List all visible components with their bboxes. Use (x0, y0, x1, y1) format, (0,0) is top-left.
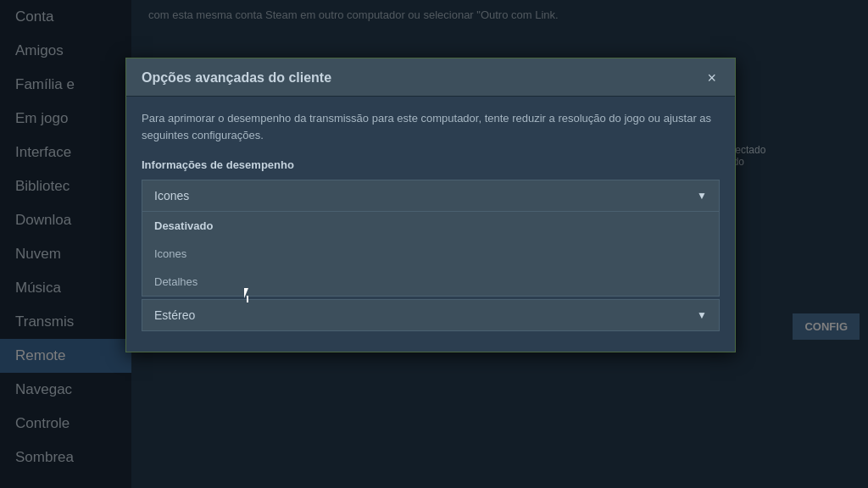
dropdown-option-icones[interactable]: Icones (142, 240, 719, 268)
speaker-dropdown-container: Estéreo ▼ (142, 299, 720, 331)
chevron-down-icon-3: ▼ (697, 309, 707, 321)
modal-description: Para aprimorar o desempenho da transmiss… (142, 110, 720, 143)
perf-info-dropdown-menu: Desativado Icones Detalhes (142, 212, 720, 297)
chevron-down-icon: ▼ (697, 190, 707, 202)
modal-header: Opções avançadas do cliente × (126, 58, 735, 97)
speaker-dropdown[interactable]: Estéreo ▼ (142, 299, 720, 331)
dropdown-option-detalhes[interactable]: Detalhes (142, 268, 719, 296)
perf-section-label: Informações de desempenho (142, 158, 720, 171)
modal-dialog: Opções avançadas do cliente × Para aprim… (125, 58, 736, 352)
modal-close-button[interactable]: × (704, 70, 720, 86)
perf-info-dropdown-container: Icones ▼ Desativado Icones Detalhes (142, 180, 720, 212)
modal-body: Para aprimorar o desempenho da transmiss… (126, 97, 735, 352)
dropdown-option-desativado[interactable]: Desativado (142, 212, 719, 240)
perf-info-dropdown-value: Icones (154, 189, 189, 202)
modal-title: Opções avançadas do cliente (142, 70, 331, 86)
perf-info-dropdown[interactable]: Icones ▼ (142, 180, 720, 212)
speaker-dropdown-value: Estéreo (154, 308, 195, 322)
